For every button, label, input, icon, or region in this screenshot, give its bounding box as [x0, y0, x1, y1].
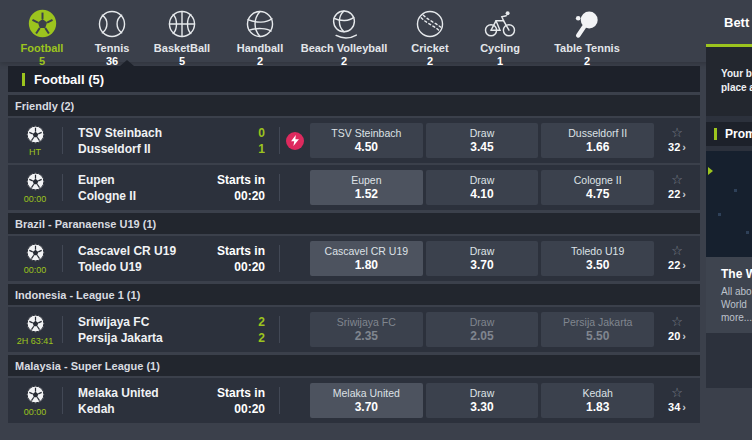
home-team: Melaka United	[78, 385, 207, 401]
sport-label: Beach Volleyball	[301, 42, 388, 54]
live-indicator-col	[280, 132, 310, 150]
markets-number: 20	[668, 330, 680, 342]
odds-button-away[interactable]: Dusseldorf II1.66	[541, 123, 654, 158]
soccer-ball-icon	[25, 242, 46, 263]
favorite-star-icon[interactable]: ☆	[671, 173, 683, 187]
sport-tab-cycling[interactable]: Cycling1	[468, 7, 532, 67]
promo-image-detail	[734, 189, 737, 192]
markets-count[interactable]: 20›	[668, 329, 686, 344]
odds: Eupen1.52Draw4.10Cologne II4.75	[310, 170, 654, 205]
markets-count[interactable]: 22›	[668, 187, 686, 202]
markets-number: 22	[668, 188, 680, 200]
match-row[interactable]: 00:00EupenCologne IIStarts in00:20Eupen1…	[8, 165, 700, 210]
right-sidebar: Bett Your be place a Promo The W All abo…	[704, 0, 752, 440]
sport-tab-football[interactable]: Football5	[0, 7, 84, 67]
match-status: 00:00	[24, 265, 47, 275]
tennis-icon	[97, 8, 127, 39]
odds-name: Draw	[470, 127, 495, 140]
betslip-message-line: Your be	[721, 67, 752, 81]
league-header[interactable]: Friendly (2)	[8, 95, 700, 116]
sport-label: Football	[21, 42, 64, 54]
away-team: Dusseldorf II	[78, 141, 207, 157]
away-score: 1	[207, 141, 265, 157]
odds-button-home[interactable]: Sriwijaya FC2.35	[310, 312, 423, 347]
basketball-icon	[167, 8, 197, 39]
favorite-star-icon[interactable]: ☆	[671, 315, 683, 329]
promo-card-text-line: All abo	[721, 285, 752, 298]
betslip-panel: Your be place a	[706, 44, 752, 116]
odds-button-home[interactable]: TSV Steinbach4.50	[310, 123, 423, 158]
odds-value: 1.80	[355, 258, 378, 273]
sport-tab-handball[interactable]: Handball2	[224, 7, 296, 67]
odds: Sriwijaya FC2.35Draw2.05Persija Jakarta5…	[310, 312, 654, 347]
odds-value: 3.30	[470, 400, 493, 415]
odds-value: 4.50	[355, 140, 378, 155]
sport-tab-basketball[interactable]: BasketBall5	[140, 7, 224, 67]
away-team: Persija Jakarta	[78, 330, 207, 346]
starts-in-column: Starts in00:20	[207, 243, 265, 275]
odds-button-draw[interactable]: Draw4.10	[426, 170, 539, 205]
match-row[interactable]: 00:00Melaka UnitedKedahStarts in00:20Mel…	[8, 378, 700, 423]
accent-bar	[22, 73, 25, 86]
accent-bar	[714, 128, 717, 140]
odds-name: Dusseldorf II	[568, 127, 627, 140]
favorite-star-icon[interactable]: ☆	[671, 126, 683, 140]
home-team: Cascavel CR U19	[78, 243, 207, 259]
promo-card[interactable]: The W All abo World more...	[706, 257, 752, 333]
match-icon-col: 00:00	[8, 171, 62, 204]
odds-button-draw[interactable]: Draw3.30	[426, 383, 539, 418]
divider	[279, 245, 280, 272]
odds-button-away[interactable]: Cologne II4.75	[541, 170, 654, 205]
odds-value: 3.70	[355, 400, 378, 415]
odds-button-away[interactable]: Persija Jakarta5.50	[541, 312, 654, 347]
starts-in-column: Starts in00:20	[207, 385, 265, 417]
odds-button-home[interactable]: Melaka United3.70	[310, 383, 423, 418]
odds-button-draw[interactable]: Draw2.05	[426, 312, 539, 347]
odds-name: Persija Jakarta	[563, 316, 632, 329]
sport-tab-cricket[interactable]: Cricket2	[392, 7, 468, 67]
odds-name: Draw	[470, 387, 495, 400]
favorite-star-icon[interactable]: ☆	[671, 244, 683, 258]
sport-tab-tennis[interactable]: Tennis36	[84, 7, 140, 67]
odds-value: 3.50	[586, 258, 609, 273]
promo-image[interactable]	[706, 151, 752, 257]
odds-button-home[interactable]: Cascavel CR U191.80	[310, 241, 423, 276]
start-time: 00:20	[207, 401, 265, 417]
teams: TSV SteinbachDusseldorf II	[63, 125, 207, 157]
odds-name: Draw	[470, 174, 495, 187]
sports-nav: Football5Tennis36BasketBall5Handball2Bea…	[0, 0, 752, 62]
odds-button-draw[interactable]: Draw3.45	[426, 123, 539, 158]
away-score: 2	[207, 330, 265, 346]
sport-tab-table-tennis[interactable]: Table Tennis2	[532, 7, 642, 67]
sport-section-header[interactable]: Football (5)	[8, 66, 700, 92]
league-header[interactable]: Malaysia - Super League (1)	[8, 355, 700, 376]
league-header[interactable]: Indonesia - League 1 (1)	[8, 284, 700, 305]
match-status: 2H 63:41	[17, 336, 54, 346]
markets-number: 34	[668, 401, 680, 413]
odds: TSV Steinbach4.50Draw3.45Dusseldorf II1.…	[310, 123, 654, 158]
betslip-title: Bett	[724, 15, 752, 30]
promo-card-title: The W	[721, 267, 752, 281]
markets-count[interactable]: 34›	[668, 400, 686, 415]
odds: Cascavel CR U191.80Draw3.70Toledo U193.5…	[310, 241, 654, 276]
chevron-right-icon: ›	[682, 330, 686, 342]
odds-button-home[interactable]: Eupen1.52	[310, 170, 423, 205]
markets-count[interactable]: 32›	[668, 140, 686, 155]
odds-button-away[interactable]: Toledo U193.50	[541, 241, 654, 276]
promo-image-detail	[718, 213, 721, 216]
match-row[interactable]: 2H 63:41Sriwijaya FCPersija Jakarta22Sri…	[8, 307, 700, 352]
chevron-right-icon: ›	[682, 401, 686, 413]
league-header[interactable]: Brazil - Paranaense U19 (1)	[8, 213, 700, 234]
carousel-arrow-icon[interactable]	[708, 167, 713, 175]
odds-button-away[interactable]: Kedah1.83	[541, 383, 654, 418]
match-row[interactable]: 00:00Cascavel CR U19Toledo U19Starts in0…	[8, 236, 700, 281]
favorite-star-icon[interactable]: ☆	[671, 386, 683, 400]
odds-button-draw[interactable]: Draw3.70	[426, 241, 539, 276]
teams: Melaka UnitedKedah	[63, 385, 207, 417]
sport-tab-beach-volleyball[interactable]: Beach Volleyball2	[296, 7, 392, 67]
match-row[interactable]: HTTSV SteinbachDusseldorf II01TSV Steinb…	[8, 118, 700, 163]
markets-count[interactable]: 22›	[668, 258, 686, 273]
odds-name: Draw	[470, 245, 495, 258]
sport-label: Handball	[237, 42, 283, 54]
odds-name: TSV Steinbach	[331, 127, 401, 140]
